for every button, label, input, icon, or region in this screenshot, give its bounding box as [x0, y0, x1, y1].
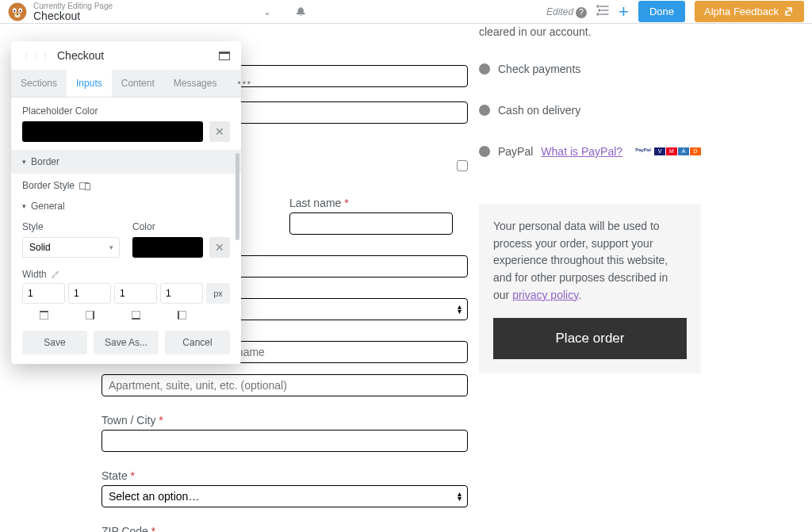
border-color-swatch[interactable] [132, 237, 203, 258]
drag-handle-icon[interactable]: ⋮⋮⋮ [22, 52, 51, 60]
field-label-last-name: Last name * [289, 197, 468, 209]
radio-icon [479, 146, 490, 157]
svg-point-9 [599, 10, 600, 11]
module-editor-panel: ⋮⋮⋮ Checkout Sections Inputs Content Mes… [11, 41, 241, 364]
what-is-paypal-link[interactable]: What is PayPal? [541, 145, 622, 158]
placeholder-color-label: Placeholder Color [22, 105, 230, 117]
chevron-down-icon: ▾ [22, 158, 26, 166]
editing-label: Currently Editing Page [33, 2, 113, 10]
editor-tabs: Sections Inputs Content Messages ••• [11, 70, 241, 98]
ship-different-checkbox[interactable] [457, 160, 468, 171]
border-side-bottom-icon [114, 308, 157, 321]
privacy-policy-link[interactable]: privacy policy [512, 289, 578, 301]
border-style-label: Border Style [22, 180, 230, 191]
svg-point-3 [13, 10, 15, 11]
done-button[interactable]: Done [638, 1, 685, 22]
payment-option-check[interactable]: Check payments [479, 48, 701, 90]
state-select[interactable]: Select an option… [102, 485, 468, 507]
svg-point-11 [597, 13, 599, 15]
svg-point-0 [9, 2, 27, 21]
border-side-left-icon [160, 308, 203, 321]
card-logos: PayPal V M A D [633, 147, 701, 155]
border-style-select[interactable]: Solid [22, 237, 120, 258]
payment-option-cod[interactable]: Cash on delivery [479, 90, 701, 131]
town-input[interactable] [102, 430, 468, 452]
clear-color-icon[interactable]: ✕ [209, 237, 230, 258]
alpha-feedback-button[interactable]: Alpha Feedback [695, 1, 804, 22]
field-label-town: Town / City * [102, 414, 468, 427]
tab-inputs[interactable]: Inputs [67, 70, 112, 97]
responsive-icon[interactable] [79, 182, 89, 189]
width-bottom-input[interactable] [114, 283, 157, 304]
tab-more-icon[interactable]: ••• [226, 70, 263, 97]
chevron-down-icon: ▾ [22, 202, 26, 210]
border-accordion[interactable]: ▾ Border [11, 150, 241, 174]
payment-note: cleared in our account. [479, 24, 701, 40]
notifications-bell-icon[interactable]: 🔔︎ [295, 6, 306, 18]
border-side-top-icon [22, 308, 65, 321]
editing-context: Currently Editing Page Checkout [33, 2, 113, 21]
color-label: Color [132, 221, 230, 232]
editor-scrollbar[interactable] [236, 153, 239, 280]
style-label: Style [22, 221, 120, 232]
radio-icon [479, 63, 490, 75]
save-as-button[interactable]: Save As... [94, 331, 159, 354]
last-name-input[interactable] [289, 212, 453, 235]
tab-content[interactable]: Content [112, 70, 164, 97]
chevron-down-icon: ▾ [109, 243, 113, 251]
field-label-state: State * [102, 469, 468, 482]
placeholder-color-swatch[interactable] [22, 121, 203, 142]
svg-point-6 [17, 13, 18, 15]
add-module-icon[interactable]: + [619, 2, 629, 22]
maximize-icon[interactable] [219, 52, 230, 60]
width-left-input[interactable] [160, 283, 203, 304]
privacy-box: Your personal data will be used to proce… [479, 204, 701, 373]
radio-icon [479, 105, 490, 116]
field-label-zip: ZIP Code * [102, 525, 468, 532]
page-title: Checkout [33, 10, 113, 21]
order-summary: cleared in our account. Check payments C… [479, 24, 701, 373]
app-logo [8, 2, 27, 21]
width-top-input[interactable] [22, 283, 65, 304]
width-right-input[interactable] [68, 283, 111, 304]
editor-header[interactable]: ⋮⋮⋮ Checkout [11, 41, 241, 70]
cancel-button[interactable]: Cancel [165, 331, 230, 354]
unit-px[interactable]: px [206, 283, 230, 304]
place-order-button[interactable]: Place order [493, 318, 687, 359]
save-button[interactable]: Save [22, 331, 87, 354]
width-label: Width 🔗︎ [22, 269, 230, 280]
top-bar: Currently Editing Page Checkout ⌄ 🔔︎ Edi… [0, 0, 812, 24]
link-values-icon[interactable]: 🔗︎ [52, 270, 59, 279]
svg-point-7 [597, 6, 599, 7]
editor-title: Checkout [57, 49, 219, 62]
border-side-right-icon [68, 308, 111, 321]
page-switch-chevron-icon[interactable]: ⌄ [263, 6, 271, 17]
apartment-input[interactable] [102, 374, 468, 396]
help-icon[interactable]: ? [576, 7, 587, 18]
tab-sections[interactable]: Sections [11, 70, 67, 97]
clear-color-icon[interactable]: ✕ [209, 121, 230, 142]
edited-status: Edited? [546, 6, 587, 18]
outline-icon[interactable] [596, 5, 609, 19]
tab-messages[interactable]: Messages [164, 70, 227, 97]
general-accordion[interactable]: ▾ General [22, 194, 230, 218]
payment-option-paypal[interactable]: PayPal What is PayPal? PayPal V M A D [479, 131, 701, 172]
svg-point-4 [20, 10, 21, 11]
privacy-text: Your personal data will be used to proce… [493, 218, 687, 304]
